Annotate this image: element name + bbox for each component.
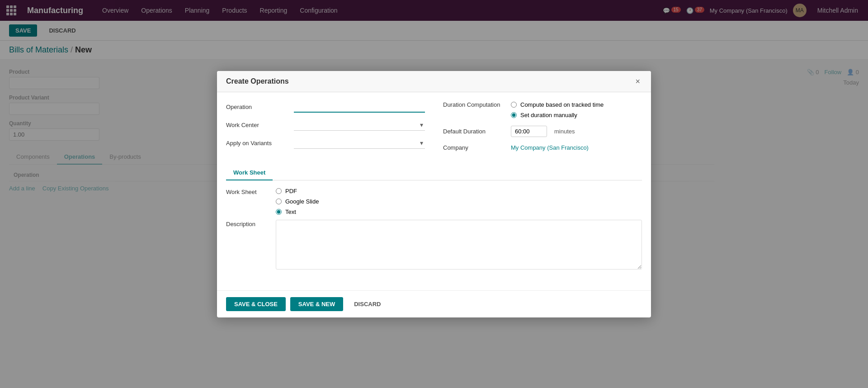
modal-overlay: Create Operations × Operation [0,0,868,388]
ws-radio-pdf[interactable]: PDF [276,188,319,194]
apply-variants-select-wrap [294,138,425,149]
modal-footer: SAVE & CLOSE SAVE & NEW DISCARD [217,290,651,317]
apply-variants-label: Apply on Variants [226,140,289,147]
save-new-button[interactable]: SAVE & NEW [290,297,343,311]
worksheet-row: Work Sheet PDF Google Slide [226,188,642,215]
ws-text-label: Text [285,208,296,215]
radio-tracked-input[interactable] [511,102,517,108]
work-center-row: Work Center [226,120,425,131]
worksheet-radios: PDF Google Slide Text [276,188,319,215]
modal-header: Create Operations × [217,71,651,92]
apply-variants-select[interactable] [294,138,425,148]
radio-manual-input[interactable] [511,112,517,118]
default-duration-input[interactable] [511,126,547,137]
company-link[interactable]: My Company (San Francisco) [511,144,589,151]
modal-tabs-bar: Work Sheet [226,166,642,180]
modal-title: Create Operations [226,77,289,85]
work-center-select-wrap [294,120,425,131]
duration-unit: minutes [554,128,575,135]
modal-form-grid: Operation Work Center [226,101,642,158]
ws-radio-text[interactable]: Text [276,208,319,215]
operation-input[interactable] [294,101,425,113]
ws-google-label: Google Slide [285,198,319,205]
modal-right-col: Duration Computation Compute based on tr… [443,101,642,158]
description-row: Description [226,220,642,270]
create-operations-modal: Create Operations × Operation [217,71,651,317]
duration-options: Compute based on tracked time Set durati… [511,101,604,118]
modal-tab-worksheet[interactable]: Work Sheet [226,166,273,180]
work-center-select[interactable] [294,120,425,130]
modal-body: Operation Work Center [217,92,651,290]
default-duration-label: Default Duration [443,128,506,135]
modal-close-button[interactable]: × [633,77,642,85]
save-close-button[interactable]: SAVE & CLOSE [226,297,286,311]
duration-computation-label: Duration Computation [443,101,506,108]
description-label: Description [226,221,271,227]
radio-manual[interactable]: Set duration manually [511,112,604,118]
app-container: Manufacturing Overview Operations Planni… [0,0,868,388]
duration-computation-row: Duration Computation Compute based on tr… [443,101,642,118]
default-duration-row: Default Duration minutes [443,126,642,137]
radio-tracked-time[interactable]: Compute based on tracked time [511,101,604,108]
ws-radio-text-input[interactable] [276,209,282,215]
apply-variants-row: Apply on Variants [226,138,425,149]
radio-manual-label: Set duration manually [520,112,577,118]
company-row: Company My Company (San Francisco) [443,144,642,151]
description-textarea[interactable] [276,220,642,270]
work-center-label: Work Center [226,122,289,128]
operation-label: Operation [226,104,289,110]
ws-radio-pdf-input[interactable] [276,188,282,194]
operation-row: Operation [226,101,425,113]
modal-left-col: Operation Work Center [226,101,425,158]
radio-tracked-label: Compute based on tracked time [520,101,604,108]
company-label: Company [443,144,506,151]
worksheet-label: Work Sheet [226,189,271,195]
ws-radio-google-slide[interactable]: Google Slide [276,198,319,205]
ws-radio-google-input[interactable] [276,199,282,204]
modal-discard-button[interactable]: DISCARD [348,297,387,311]
worksheet-section: Work Sheet PDF Google Slide [226,180,642,281]
ws-pdf-label: PDF [285,188,297,194]
